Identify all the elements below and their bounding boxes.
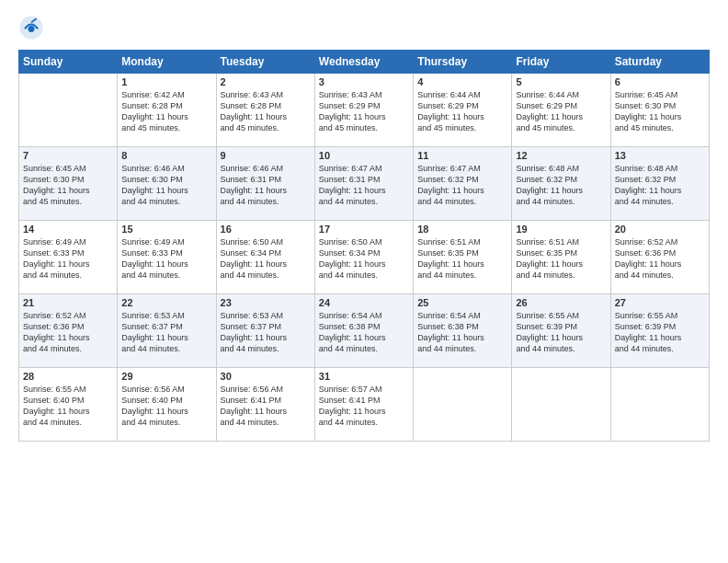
day-info: Sunrise: 6:43 AM Sunset: 6:28 PM Dayligh… xyxy=(221,89,311,134)
calendar-cell: 22Sunrise: 6:53 AM Sunset: 6:37 PM Dayli… xyxy=(118,294,216,368)
calendar-cell: 21Sunrise: 6:52 AM Sunset: 6:36 PM Dayli… xyxy=(19,294,118,368)
day-number: 8 xyxy=(121,150,211,161)
day-info: Sunrise: 6:53 AM Sunset: 6:37 PM Dayligh… xyxy=(121,310,211,355)
day-info: Sunrise: 6:44 AM Sunset: 6:29 PM Dayligh… xyxy=(516,89,606,134)
calendar-cell: 17Sunrise: 6:50 AM Sunset: 6:34 PM Dayli… xyxy=(314,221,413,294)
calendar-cell: 24Sunrise: 6:54 AM Sunset: 6:38 PM Dayli… xyxy=(314,294,413,368)
day-number: 4 xyxy=(417,76,507,87)
day-number: 15 xyxy=(121,224,211,235)
day-number: 17 xyxy=(319,224,409,235)
day-number: 29 xyxy=(121,371,211,382)
day-number: 13 xyxy=(615,150,705,161)
day-info: Sunrise: 6:48 AM Sunset: 6:32 PM Dayligh… xyxy=(615,163,705,208)
day-info: Sunrise: 6:42 AM Sunset: 6:28 PM Dayligh… xyxy=(121,89,211,134)
day-info: Sunrise: 6:43 AM Sunset: 6:29 PM Dayligh… xyxy=(319,89,409,134)
day-info: Sunrise: 6:55 AM Sunset: 6:39 PM Dayligh… xyxy=(615,310,705,355)
calendar-week-row: 28Sunrise: 6:55 AM Sunset: 6:40 PM Dayli… xyxy=(19,368,710,442)
calendar-cell: 2Sunrise: 6:43 AM Sunset: 6:28 PM Daylig… xyxy=(216,74,314,147)
day-info: Sunrise: 6:54 AM Sunset: 6:38 PM Dayligh… xyxy=(319,310,409,355)
calendar-cell: 7Sunrise: 6:45 AM Sunset: 6:30 PM Daylig… xyxy=(19,147,118,221)
day-number: 2 xyxy=(221,76,311,87)
day-info: Sunrise: 6:51 AM Sunset: 6:35 PM Dayligh… xyxy=(417,236,507,282)
day-number: 20 xyxy=(615,224,705,235)
day-number: 16 xyxy=(221,224,311,235)
day-number: 11 xyxy=(417,150,507,161)
page: SundayMondayTuesdayWednesdayThursdayFrid… xyxy=(0,0,728,563)
day-number: 18 xyxy=(417,224,507,235)
day-number: 6 xyxy=(615,76,705,87)
calendar-cell: 30Sunrise: 6:56 AM Sunset: 6:41 PM Dayli… xyxy=(216,368,314,442)
day-number: 1 xyxy=(121,76,211,87)
day-info: Sunrise: 6:53 AM Sunset: 6:37 PM Dayligh… xyxy=(221,310,311,355)
weekday-header-thursday: Thursday xyxy=(414,51,512,74)
day-info: Sunrise: 6:50 AM Sunset: 6:34 PM Dayligh… xyxy=(319,236,409,282)
calendar-cell: 29Sunrise: 6:56 AM Sunset: 6:40 PM Dayli… xyxy=(118,368,216,442)
calendar-cell xyxy=(19,74,118,147)
calendar-cell: 11Sunrise: 6:47 AM Sunset: 6:32 PM Dayli… xyxy=(414,147,512,221)
day-info: Sunrise: 6:54 AM Sunset: 6:38 PM Dayligh… xyxy=(417,310,507,355)
calendar-cell xyxy=(610,368,709,442)
day-number: 5 xyxy=(516,76,606,87)
calendar-week-row: 14Sunrise: 6:49 AM Sunset: 6:33 PM Dayli… xyxy=(19,221,710,294)
calendar-table: SundayMondayTuesdayWednesdayThursdayFrid… xyxy=(18,50,710,442)
calendar-week-row: 1Sunrise: 6:42 AM Sunset: 6:28 PM Daylig… xyxy=(19,74,710,147)
day-info: Sunrise: 6:52 AM Sunset: 6:36 PM Dayligh… xyxy=(615,236,705,282)
day-number: 3 xyxy=(319,76,409,87)
day-number: 26 xyxy=(516,297,606,308)
calendar-cell: 20Sunrise: 6:52 AM Sunset: 6:36 PM Dayli… xyxy=(610,221,709,294)
calendar-cell: 13Sunrise: 6:48 AM Sunset: 6:32 PM Dayli… xyxy=(610,147,709,221)
calendar-cell: 27Sunrise: 6:55 AM Sunset: 6:39 PM Dayli… xyxy=(610,294,709,368)
calendar-header-row: SundayMondayTuesdayWednesdayThursdayFrid… xyxy=(19,51,710,74)
logo-icon xyxy=(18,15,44,40)
day-info: Sunrise: 6:52 AM Sunset: 6:36 PM Dayligh… xyxy=(23,310,113,355)
day-number: 22 xyxy=(121,297,211,308)
day-number: 12 xyxy=(516,150,606,161)
day-info: Sunrise: 6:47 AM Sunset: 6:31 PM Dayligh… xyxy=(319,163,409,208)
calendar-cell: 5Sunrise: 6:44 AM Sunset: 6:29 PM Daylig… xyxy=(512,74,610,147)
day-info: Sunrise: 6:55 AM Sunset: 6:40 PM Dayligh… xyxy=(23,384,113,429)
weekday-header-friday: Friday xyxy=(512,51,610,74)
calendar-week-row: 21Sunrise: 6:52 AM Sunset: 6:36 PM Dayli… xyxy=(19,294,710,368)
day-number: 9 xyxy=(221,150,311,161)
day-info: Sunrise: 6:48 AM Sunset: 6:32 PM Dayligh… xyxy=(516,163,606,208)
calendar-cell: 14Sunrise: 6:49 AM Sunset: 6:33 PM Dayli… xyxy=(19,221,118,294)
weekday-header-saturday: Saturday xyxy=(610,51,709,74)
calendar-cell xyxy=(512,368,610,442)
day-number: 30 xyxy=(221,371,311,382)
calendar-cell: 26Sunrise: 6:55 AM Sunset: 6:39 PM Dayli… xyxy=(512,294,610,368)
day-info: Sunrise: 6:49 AM Sunset: 6:33 PM Dayligh… xyxy=(23,236,113,282)
day-number: 23 xyxy=(221,297,311,308)
logo xyxy=(18,15,46,40)
day-info: Sunrise: 6:47 AM Sunset: 6:32 PM Dayligh… xyxy=(417,163,507,208)
day-number: 24 xyxy=(319,297,409,308)
day-info: Sunrise: 6:45 AM Sunset: 6:30 PM Dayligh… xyxy=(23,163,113,208)
calendar-cell: 1Sunrise: 6:42 AM Sunset: 6:28 PM Daylig… xyxy=(118,74,216,147)
svg-point-1 xyxy=(28,26,35,32)
weekday-header-monday: Monday xyxy=(118,51,216,74)
calendar-cell: 15Sunrise: 6:49 AM Sunset: 6:33 PM Dayli… xyxy=(118,221,216,294)
calendar-cell: 6Sunrise: 6:45 AM Sunset: 6:30 PM Daylig… xyxy=(610,74,709,147)
day-number: 19 xyxy=(516,224,606,235)
weekday-header-sunday: Sunday xyxy=(19,51,118,74)
day-info: Sunrise: 6:44 AM Sunset: 6:29 PM Dayligh… xyxy=(417,89,507,134)
day-info: Sunrise: 6:57 AM Sunset: 6:41 PM Dayligh… xyxy=(319,384,409,429)
day-info: Sunrise: 6:46 AM Sunset: 6:30 PM Dayligh… xyxy=(121,163,211,208)
day-number: 31 xyxy=(319,371,409,382)
weekday-header-tuesday: Tuesday xyxy=(216,51,314,74)
calendar-cell: 19Sunrise: 6:51 AM Sunset: 6:35 PM Dayli… xyxy=(512,221,610,294)
calendar-cell: 12Sunrise: 6:48 AM Sunset: 6:32 PM Dayli… xyxy=(512,147,610,221)
calendar-cell: 18Sunrise: 6:51 AM Sunset: 6:35 PM Dayli… xyxy=(414,221,512,294)
day-info: Sunrise: 6:46 AM Sunset: 6:31 PM Dayligh… xyxy=(221,163,311,208)
day-info: Sunrise: 6:49 AM Sunset: 6:33 PM Dayligh… xyxy=(121,236,211,282)
day-number: 10 xyxy=(319,150,409,161)
day-number: 27 xyxy=(615,297,705,308)
day-info: Sunrise: 6:51 AM Sunset: 6:35 PM Dayligh… xyxy=(516,236,606,282)
calendar-cell: 23Sunrise: 6:53 AM Sunset: 6:37 PM Dayli… xyxy=(216,294,314,368)
calendar-cell: 31Sunrise: 6:57 AM Sunset: 6:41 PM Dayli… xyxy=(314,368,413,442)
calendar-cell: 8Sunrise: 6:46 AM Sunset: 6:30 PM Daylig… xyxy=(118,147,216,221)
day-info: Sunrise: 6:56 AM Sunset: 6:40 PM Dayligh… xyxy=(121,384,211,429)
day-number: 14 xyxy=(23,224,113,235)
calendar-cell: 28Sunrise: 6:55 AM Sunset: 6:40 PM Dayli… xyxy=(19,368,118,442)
day-info: Sunrise: 6:56 AM Sunset: 6:41 PM Dayligh… xyxy=(221,384,311,429)
calendar-cell: 9Sunrise: 6:46 AM Sunset: 6:31 PM Daylig… xyxy=(216,147,314,221)
